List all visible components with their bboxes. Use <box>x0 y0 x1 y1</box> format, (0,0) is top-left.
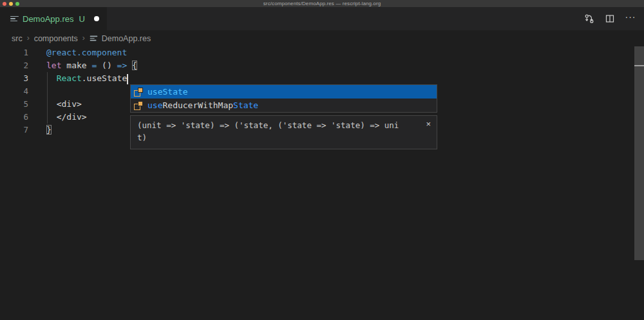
line-number: 3 <box>0 72 28 85</box>
breadcrumb-src[interactable]: src <box>12 34 23 43</box>
breadcrumb: src › components › DemoApp.res <box>0 30 644 46</box>
line-number: 5 <box>0 98 28 111</box>
tab-label: DemoApp.res <box>23 14 73 24</box>
rescript-file-icon <box>90 36 97 41</box>
suggest-widget: useStateuseReducerWithMapState <box>130 84 437 113</box>
doc-signature-line: t) <box>137 131 430 144</box>
overview-ruler-marker <box>634 65 644 66</box>
doc-signature-line: (unit => 'state) => ('state, ('state => … <box>137 119 430 131</box>
open-changes-icon[interactable] <box>583 13 595 24</box>
unsaved-dot-icon[interactable] <box>94 16 99 21</box>
code-line: 1@react.component <box>0 46 644 59</box>
breadcrumb-components[interactable]: components <box>34 34 78 43</box>
titlebar: src/components/DemoApp.res — rescript-la… <box>0 0 644 7</box>
code-text: @react.component <box>28 46 127 59</box>
line-number: 2 <box>0 59 28 72</box>
code-text: React.useState <box>28 72 128 85</box>
code-text: </div> <box>28 111 87 124</box>
line-number: 1 <box>0 46 28 59</box>
suggestion-item[interactable]: useState <box>131 85 437 99</box>
suggestion-label: useReducerWithMapState <box>147 100 258 110</box>
traffic-lights <box>3 0 19 7</box>
suggestion-item[interactable]: useReducerWithMapState <box>131 99 437 112</box>
completion-kind-icon <box>134 88 143 97</box>
window-title: src/components/DemoApp.res — rescript-la… <box>263 1 381 6</box>
code-line: 2let make = () => { <box>0 59 644 72</box>
code-line: 3 React.useState <box>0 72 644 85</box>
breadcrumb-file[interactable]: DemoApp.res <box>90 34 151 43</box>
editor-actions: ··· <box>583 7 636 30</box>
suggestion-label: useState <box>147 87 188 97</box>
chevron-right-icon: › <box>82 33 85 42</box>
breadcrumb-file-label: DemoApp.res <box>102 34 151 43</box>
close-window-button[interactable] <box>3 2 6 6</box>
text-cursor <box>127 74 128 84</box>
split-editor-icon[interactable] <box>604 13 616 24</box>
code-text: <div> <box>28 98 82 111</box>
rescript-file-icon <box>10 16 19 22</box>
completion-kind-icon <box>134 101 143 110</box>
minimize-window-button[interactable] <box>9 2 13 6</box>
vscode-window: src/components/DemoApp.res — rescript-la… <box>0 0 644 320</box>
chevron-right-icon: › <box>27 33 30 42</box>
editor-area[interactable]: 1@react.component2let make = () => {3 Re… <box>0 46 644 320</box>
scrollbar-slider[interactable] <box>634 46 644 260</box>
git-untracked-badge: U <box>79 14 84 24</box>
suggest-doc-panel: (unit => 'state) => ('state, ('state => … <box>130 115 437 149</box>
line-number: 6 <box>0 111 28 124</box>
code-text: } <box>28 124 52 136</box>
line-number: 7 <box>0 124 28 136</box>
zoom-window-button[interactable] <box>15 2 19 6</box>
line-number: 4 <box>0 85 28 98</box>
code-text <box>28 85 46 98</box>
tab-demoapp[interactable]: DemoApp.res U <box>0 7 107 30</box>
code-text: let make = () => { <box>28 59 137 72</box>
close-icon[interactable]: × <box>426 119 431 129</box>
more-actions-icon[interactable]: ··· <box>625 13 636 24</box>
tab-bar: DemoApp.res U ··· <box>0 7 644 30</box>
